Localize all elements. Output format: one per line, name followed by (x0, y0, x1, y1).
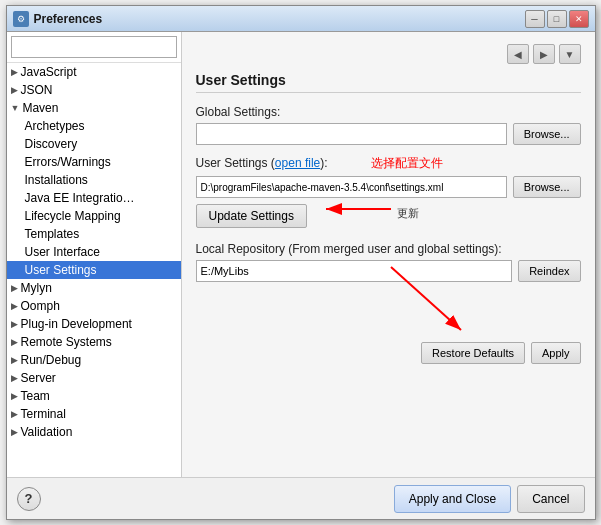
preferences-window: ⚙ Preferences ─ □ ✕ ▶ JavaScript ▶ JSON … (6, 5, 596, 520)
preferences-icon: ⚙ (13, 11, 29, 27)
global-settings-input-row: Browse... (196, 123, 581, 145)
back-button[interactable]: ◀ (507, 44, 529, 64)
forward-button[interactable]: ▶ (533, 44, 555, 64)
open-file-link[interactable]: open file (275, 156, 320, 170)
user-settings-label: User Settings (open file): 选择配置文件 (196, 155, 581, 172)
sidebar-item-templates[interactable]: Templates (7, 225, 181, 243)
close-button[interactable]: ✕ (569, 10, 589, 28)
arrow-icon: ▶ (11, 301, 18, 311)
arrow-icon: ▶ (11, 319, 18, 329)
panel-nav: ◀ ▶ ▼ (196, 44, 581, 64)
arrow-icon: ▼ (11, 103, 20, 113)
sidebar-item-label: Mylyn (21, 281, 52, 295)
arrow-icon: ▶ (11, 427, 18, 437)
svg-line-3 (391, 267, 461, 330)
apply-arrow-annotation (371, 262, 491, 342)
sidebar-item-label: Installations (25, 173, 88, 187)
sidebar-item-label: JavaScript (21, 65, 77, 79)
sidebar-item-remote-systems[interactable]: ▶ Remote Systems (7, 333, 181, 351)
apply-button[interactable]: Apply (531, 342, 581, 364)
arrow-icon: ▶ (11, 283, 18, 293)
bottom-bar: ? Apply and Close Cancel (7, 477, 595, 519)
sidebar-item-label: Maven (22, 101, 58, 115)
sidebar-item-label: User Interface (25, 245, 100, 259)
sidebar-item-json[interactable]: ▶ JSON (7, 81, 181, 99)
restore-defaults-button[interactable]: Restore Defaults (421, 342, 525, 364)
sidebar-item-label: Run/Debug (21, 353, 82, 367)
sidebar-item-label: Discovery (25, 137, 78, 151)
local-repo-label: Local Repository (From merged user and g… (196, 242, 581, 256)
sidebar-item-javascript[interactable]: ▶ JavaScript (7, 63, 181, 81)
sidebar-item-mylyn[interactable]: ▶ Mylyn (7, 279, 181, 297)
sidebar-item-run-debug[interactable]: ▶ Run/Debug (7, 351, 181, 369)
global-settings-input[interactable] (196, 123, 507, 145)
update-settings-row: Update Settings 更新 (196, 198, 581, 228)
sidebar-item-label: Errors/Warnings (25, 155, 111, 169)
sidebar-item-label: User Settings (25, 263, 97, 277)
sidebar-item-server[interactable]: ▶ Server (7, 369, 181, 387)
content-area: ▶ JavaScript ▶ JSON ▼ Maven Archetypes D… (7, 32, 595, 477)
update-settings-button[interactable]: Update Settings (196, 204, 307, 228)
sidebar-item-label: Oomph (21, 299, 60, 313)
sidebar-item-label: Validation (21, 425, 73, 439)
sidebar-item-discovery[interactable]: Discovery (7, 135, 181, 153)
arrow-icon: ▶ (11, 337, 18, 347)
title-bar: ⚙ Preferences ─ □ ✕ (7, 6, 595, 32)
sidebar-item-archetypes[interactable]: Archetypes (7, 117, 181, 135)
sidebar-item-terminal[interactable]: ▶ Terminal (7, 405, 181, 423)
action-buttons-row: Restore Defaults Apply (196, 342, 581, 364)
reindex-button[interactable]: Reindex (518, 260, 580, 282)
sidebar-item-oomph[interactable]: ▶ Oomph (7, 297, 181, 315)
sidebar-item-label: Team (21, 389, 50, 403)
global-settings-section: Global Settings: Browse... (196, 105, 581, 145)
arrow-icon: ▶ (11, 85, 18, 95)
global-settings-label: Global Settings: (196, 105, 581, 119)
annotation-update-text: 更新 (397, 206, 419, 221)
sidebar-search-input[interactable] (11, 36, 177, 58)
arrow-icon: ▶ (11, 391, 18, 401)
sidebar-item-label: Templates (25, 227, 80, 241)
sidebar-item-label: Plug-in Development (21, 317, 132, 331)
sidebar-item-label: Lifecycle Mapping (25, 209, 121, 223)
user-settings-browse-button[interactable]: Browse... (513, 176, 581, 198)
maximize-button[interactable]: □ (547, 10, 567, 28)
sidebar-item-user-settings[interactable]: User Settings (7, 261, 181, 279)
sidebar-search-section (7, 32, 181, 63)
global-settings-browse-button[interactable]: Browse... (513, 123, 581, 145)
sidebar-item-label: Remote Systems (21, 335, 112, 349)
arrow-icon: ▶ (11, 67, 18, 77)
sidebar-item-java-ee[interactable]: Java EE Integratio… (7, 189, 181, 207)
sidebar-item-plugin-development[interactable]: ▶ Plug-in Development (7, 315, 181, 333)
sidebar-item-label: Archetypes (25, 119, 85, 133)
cancel-button[interactable]: Cancel (517, 485, 584, 513)
help-button[interactable]: ? (17, 487, 41, 511)
sidebar-item-errors-warnings[interactable]: Errors/Warnings (7, 153, 181, 171)
sidebar-item-validation[interactable]: ▶ Validation (7, 423, 181, 441)
update-arrow-annotation (316, 194, 396, 224)
sidebar-item-lifecycle[interactable]: Lifecycle Mapping (7, 207, 181, 225)
sidebar-item-label: JSON (21, 83, 53, 97)
panel-title: User Settings (196, 72, 581, 93)
sidebar-item-label: Java EE Integratio… (25, 191, 135, 205)
bottom-right-buttons: Apply and Close Cancel (394, 485, 585, 513)
sidebar-item-maven[interactable]: ▼ Maven (7, 99, 181, 117)
sidebar-item-team[interactable]: ▶ Team (7, 387, 181, 405)
arrow-icon: ▶ (11, 355, 18, 365)
user-settings-section: User Settings (open file): 选择配置文件 Browse… (196, 155, 581, 228)
minimize-button[interactable]: ─ (525, 10, 545, 28)
annotation-select-config: 选择配置文件 (371, 156, 443, 170)
main-panel: ◀ ▶ ▼ User Settings Global Settings: Bro… (182, 32, 595, 477)
title-bar-left: ⚙ Preferences (13, 11, 103, 27)
arrow-icon: ▶ (11, 409, 18, 419)
apply-and-close-button[interactable]: Apply and Close (394, 485, 511, 513)
sidebar-item-label: Server (21, 371, 56, 385)
nav-menu-button[interactable]: ▼ (559, 44, 581, 64)
sidebar-item-installations[interactable]: Installations (7, 171, 181, 189)
sidebar: ▶ JavaScript ▶ JSON ▼ Maven Archetypes D… (7, 32, 182, 477)
sidebar-item-user-interface[interactable]: User Interface (7, 243, 181, 261)
window-controls: ─ □ ✕ (525, 10, 589, 28)
window-title: Preferences (34, 12, 103, 26)
sidebar-item-label: Terminal (21, 407, 66, 421)
arrow-icon: ▶ (11, 373, 18, 383)
